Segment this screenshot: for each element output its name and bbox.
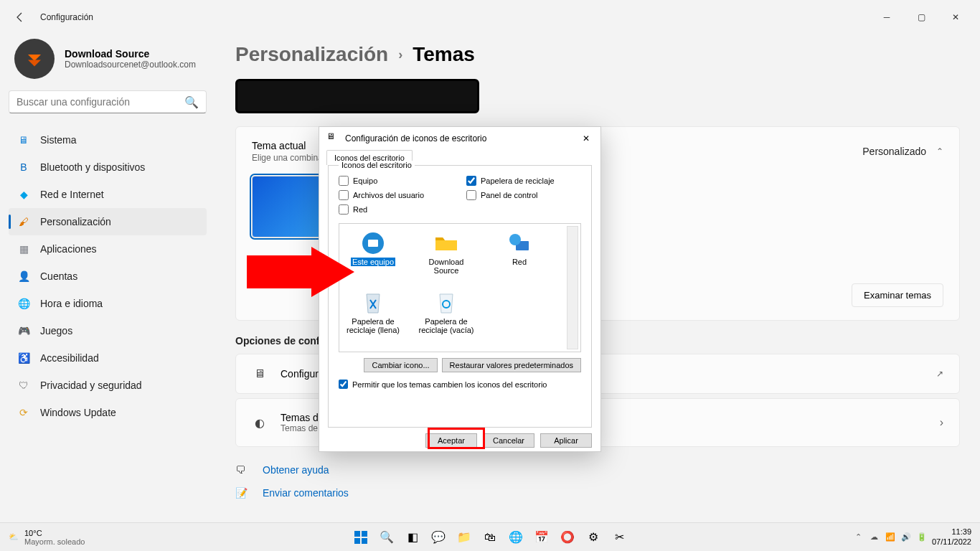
theme-thumb[interactable] (252, 176, 329, 237)
icon-papelera-llena[interactable]: Papelera de reciclaje (llena) (345, 291, 401, 346)
icon-papelera-vacia[interactable]: Papelera de reciclaje (vacía) (418, 291, 474, 346)
nav-label: Personalización (40, 216, 111, 227)
nav-icon: 🎮 (17, 324, 30, 337)
settings-taskbar-icon[interactable]: ⚙ (583, 527, 603, 547)
sidebar-item-privacidad-y-seguridad[interactable]: 🛡Privacidad y seguridad (9, 372, 207, 399)
nav-icon: 🌐 (17, 297, 30, 310)
battery-icon[interactable]: 🔋 (916, 532, 928, 542)
profile-block[interactable]: Download Source Downloadsourcenet@outloo… (9, 34, 207, 90)
edge-icon[interactable]: 🌐 (506, 527, 526, 547)
folder-icon (434, 231, 458, 255)
nav-icon: ◆ (17, 188, 30, 201)
avatar (14, 39, 55, 79)
taskbar: ⛅ 10°C Mayorm. soleado 🔍 ◧ 💬 📁 🛍 🌐 📅 ⭕ ⚙… (0, 522, 980, 551)
chevron-right-icon: › (940, 416, 943, 429)
calendar-icon[interactable]: 📅 (532, 527, 552, 547)
svg-rect-2 (368, 240, 378, 247)
svg-point-4 (509, 234, 521, 245)
snip-icon[interactable]: ✂ (609, 527, 629, 547)
search-input[interactable] (17, 96, 184, 108)
search-box[interactable]: 🔍 (9, 90, 207, 113)
sidebar-item-red-e-internet[interactable]: ◆Red e Internet (9, 181, 207, 208)
wifi-icon[interactable]: 📶 (885, 532, 896, 542)
sidebar-item-cuentas[interactable]: 👤Cuentas (9, 263, 207, 290)
nav-icon: B (17, 161, 30, 174)
sidebar-item-juegos[interactable]: 🎮Juegos (9, 317, 207, 344)
nav-icon: ▦ (17, 242, 30, 255)
browse-themes-button[interactable]: Examinar temas (852, 283, 943, 307)
profile-name: Download Source (65, 48, 196, 60)
nav-label: Aplicaciones (40, 243, 97, 255)
dialog-title: Configuración de iconos de escritorio (345, 133, 486, 143)
sidebar-item-accesibilidad[interactable]: ♿Accesibilidad (9, 344, 207, 372)
svg-rect-8 (354, 538, 360, 544)
desktop-preview (235, 79, 479, 113)
checkbox-panel[interactable]: Panel de control (466, 190, 581, 200)
nav-icon: 🖌 (17, 215, 30, 228)
nav-label: Cuentas (40, 270, 77, 282)
sidebar-item-bluetooth-y-dispositivos[interactable]: BBluetooth y dispositivos (9, 154, 207, 181)
sidebar-item-personalización[interactable]: 🖌Personalización (9, 208, 207, 235)
change-icon-button[interactable]: Cambiar icono... (364, 358, 437, 372)
contrast-icon: ◐ (252, 416, 268, 430)
back-button[interactable] (7, 4, 33, 30)
app-title: Configuración (40, 12, 93, 22)
explorer-icon[interactable]: 📁 (454, 527, 474, 547)
nav-icon: 👤 (17, 270, 30, 283)
clock[interactable]: 11:39 07/11/2022 (932, 527, 971, 546)
icon-red[interactable]: Red (491, 231, 547, 286)
task-view-icon[interactable]: ◧ (402, 527, 423, 547)
group-label: Iconos del escritorio (339, 161, 415, 169)
nav-label: Bluetooth y dispositivos (40, 161, 145, 173)
sidebar-item-windows-update[interactable]: ⟳Windows Update (9, 399, 207, 426)
sidebar-item-sistema[interactable]: 🖥Sistema (9, 126, 207, 154)
close-button[interactable]: ✕ (946, 12, 966, 22)
weather-widget[interactable]: ⛅ 10°C Mayorm. soleado (9, 529, 85, 546)
minimize-button[interactable]: ─ (877, 12, 897, 22)
search-taskbar-icon[interactable]: 🔍 (377, 527, 397, 547)
start-button[interactable] (351, 527, 371, 547)
chat-icon[interactable]: 💬 (428, 527, 448, 547)
computer-icon (361, 231, 385, 255)
chrome-icon[interactable]: ⭕ (557, 527, 578, 547)
external-link-icon: ↗ (936, 369, 943, 379)
store-icon[interactable]: 🛍 (480, 527, 500, 547)
svg-rect-7 (362, 531, 367, 537)
onedrive-icon[interactable]: ☁ (869, 532, 880, 542)
profile-email: Downloadsourcenet@outlook.com (65, 60, 196, 70)
nav-icon: 🛡 (17, 379, 30, 392)
sidebar-item-hora-e-idioma[interactable]: 🌐Hora e idioma (9, 290, 207, 317)
close-icon[interactable]: ✕ (579, 133, 593, 143)
apply-button[interactable]: Aplicar (540, 433, 592, 448)
help-link[interactable]: Obtener ayuda (263, 464, 329, 476)
chevron-up-tray-icon[interactable]: ⌃ (853, 532, 864, 542)
recycle-empty-icon (434, 291, 458, 315)
cancel-button[interactable]: Cancelar (483, 433, 534, 448)
svg-rect-6 (354, 531, 360, 537)
icon-download-source[interactable]: Download Source (418, 231, 474, 286)
restore-defaults-button[interactable]: Restaurar valores predeterminados (442, 358, 581, 372)
chevron-up-icon[interactable]: ⌃ (936, 146, 943, 156)
icon-este-equipo[interactable]: Este equipo (345, 231, 401, 286)
checkbox-red[interactable]: Red (339, 204, 453, 215)
nav-label: Windows Update (40, 407, 116, 418)
maximize-button[interactable]: ▢ (911, 12, 931, 22)
theme-status: Personalizado (862, 146, 926, 157)
permit-themes-checkbox[interactable]: Permitir que los temas cambien los icono… (339, 380, 581, 389)
volume-icon[interactable]: 🔊 (900, 532, 912, 542)
nav-icon: ♿ (17, 352, 30, 364)
accept-button[interactable]: Aceptar (425, 433, 477, 448)
checkbox-archivos[interactable]: Archivos del usuario (339, 190, 453, 200)
nav-label: Hora e idioma (40, 298, 103, 309)
breadcrumb-root[interactable]: Personalización (235, 43, 388, 66)
checkbox-papelera[interactable]: Papelera de reciclaje (466, 176, 581, 186)
checkbox-equipo[interactable]: Equipo (339, 176, 453, 186)
network-icon (507, 231, 532, 255)
sidebar-item-aplicaciones[interactable]: ▦Aplicaciones (9, 235, 207, 263)
nav-label: Privacidad y seguridad (40, 380, 142, 391)
nav-label: Accesibilidad (40, 352, 99, 364)
feedback-link[interactable]: Enviar comentarios (263, 487, 349, 499)
feedback-icon: 📝 (235, 487, 250, 499)
nav-label: Juegos (40, 325, 72, 336)
nav-label: Red e Internet (40, 189, 104, 200)
